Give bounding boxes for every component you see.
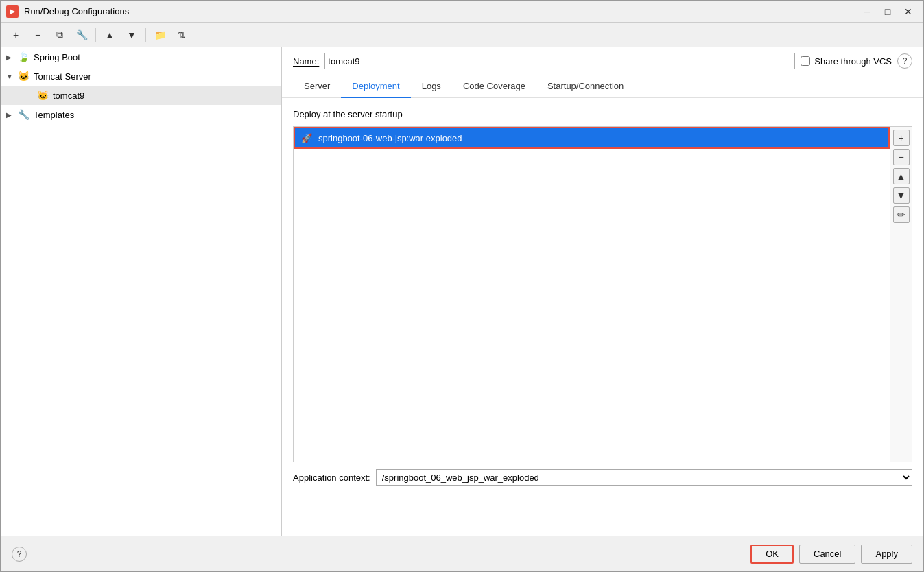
deploy-remove-button[interactable]: − bbox=[893, 149, 910, 165]
copy-config-button[interactable]: ⧉ bbox=[50, 26, 69, 44]
ok-button[interactable]: OK bbox=[750, 545, 794, 564]
name-label: Name: bbox=[293, 56, 319, 67]
help-circle-label: ? bbox=[17, 549, 22, 559]
sort-button[interactable]: ⇅ bbox=[172, 26, 191, 44]
deploy-item-springboot[interactable]: 🚀 springboot-06-web-jsp:war exploded bbox=[294, 127, 890, 149]
templates-label: Templates bbox=[34, 110, 74, 120]
deploy-row: 🚀 springboot-06-web-jsp:war exploded + −… bbox=[293, 126, 912, 462]
help-button-name[interactable]: ? bbox=[897, 53, 912, 69]
maximize-button[interactable]: □ bbox=[878, 4, 897, 19]
tomcat-server-arrow: ▼ bbox=[6, 73, 17, 80]
main-content: ▶ 🍃 Spring Boot ▼ 🐱 Tomcat Server ▶ 🐱 to… bbox=[1, 47, 923, 536]
toolbar: + − ⧉ 🔧 ▲ ▼ 📁 ⇅ bbox=[1, 23, 923, 47]
deployment-panel: Deploy at the server startup 🚀 springboo… bbox=[282, 98, 923, 536]
share-vcs-label: Share through VCS bbox=[814, 56, 892, 67]
toolbar-separator-2 bbox=[145, 28, 146, 42]
templates-icon: 🔧 bbox=[17, 108, 29, 121]
remove-config-button[interactable]: − bbox=[28, 26, 47, 44]
sidebar-item-tomcat-server[interactable]: ▼ 🐱 Tomcat Server bbox=[1, 67, 281, 86]
deploy-item-label: springboot-06-web-jsp:war exploded bbox=[318, 133, 462, 143]
add-config-button[interactable]: + bbox=[6, 26, 25, 44]
tab-startup-connection[interactable]: Startup/Connection bbox=[536, 75, 635, 98]
bottom-right: OK Cancel Apply bbox=[750, 545, 912, 564]
tab-code-coverage[interactable]: Code Coverage bbox=[452, 75, 536, 98]
folder-button[interactable]: 📁 bbox=[150, 26, 169, 44]
deploy-edit-button[interactable]: ✏ bbox=[893, 206, 910, 223]
context-select[interactable]: /springboot_06_web_jsp_war_exploded bbox=[376, 469, 912, 486]
deploy-down-button[interactable]: ▼ bbox=[893, 187, 910, 204]
tomcat-server-label: Tomcat Server bbox=[34, 71, 91, 82]
context-row: Application context: /springboot_06_web_… bbox=[293, 469, 912, 486]
share-vcs-container: Share through VCS bbox=[801, 56, 892, 67]
deploy-up-button[interactable]: ▲ bbox=[893, 168, 910, 184]
bottom-left: ? bbox=[12, 547, 27, 562]
share-vcs-checkbox[interactable] bbox=[801, 56, 810, 66]
close-button[interactable]: ✕ bbox=[899, 4, 918, 19]
sidebar-item-templates[interactable]: ▶ 🔧 Templates bbox=[1, 105, 281, 124]
spring-boot-icon: 🍃 bbox=[17, 51, 29, 63]
spring-boot-arrow: ▶ bbox=[6, 53, 17, 61]
move-up-button[interactable]: ▲ bbox=[100, 26, 119, 44]
cancel-button[interactable]: Cancel bbox=[799, 545, 855, 564]
templates-arrow: ▶ bbox=[6, 111, 17, 119]
sidebar-item-spring-boot[interactable]: ▶ 🍃 Spring Boot bbox=[1, 47, 281, 67]
name-input[interactable] bbox=[324, 53, 795, 69]
move-down-button[interactable]: ▼ bbox=[122, 26, 141, 44]
apply-button[interactable]: Apply bbox=[861, 545, 912, 564]
deploy-item-icon: 🚀 bbox=[300, 132, 313, 144]
titlebar-controls: ─ □ ✕ bbox=[857, 4, 918, 19]
tomcat9-icon: 🐱 bbox=[36, 89, 49, 102]
right-panel: Name: Share through VCS ? Server Deploym… bbox=[282, 47, 923, 536]
tab-logs[interactable]: Logs bbox=[411, 75, 452, 98]
spring-boot-label: Spring Boot bbox=[34, 52, 80, 62]
left-panel: ▶ 🍃 Spring Boot ▼ 🐱 Tomcat Server ▶ 🐱 to… bbox=[1, 47, 282, 536]
minimize-button[interactable]: ─ bbox=[857, 4, 877, 19]
context-label: Application context: bbox=[293, 473, 370, 483]
tabs: Server Deployment Logs Code Coverage Sta… bbox=[282, 75, 923, 98]
titlebar: ▶ Run/Debug Configurations ─ □ ✕ bbox=[1, 1, 923, 23]
tomcat-server-icon: 🐱 bbox=[17, 70, 29, 82]
window-icon: ▶ bbox=[6, 5, 19, 18]
deploy-list-area: 🚀 springboot-06-web-jsp:war exploded bbox=[294, 127, 890, 462]
name-bar: Name: Share through VCS ? bbox=[282, 47, 923, 75]
run-debug-configurations-window: ▶ Run/Debug Configurations ─ □ ✕ + − ⧉ 🔧… bbox=[0, 0, 924, 572]
deploy-add-button[interactable]: + bbox=[893, 130, 910, 146]
settings-button[interactable]: 🔧 bbox=[72, 26, 91, 44]
deploy-sidebar: + − ▲ ▼ ✏ bbox=[890, 127, 912, 462]
window-title: Run/Debug Configurations bbox=[24, 6, 857, 16]
deploy-section-label: Deploy at the server startup bbox=[293, 109, 912, 119]
help-circle-button[interactable]: ? bbox=[12, 547, 27, 562]
tab-deployment[interactable]: Deployment bbox=[341, 75, 410, 98]
bottom-bar: ? OK Cancel Apply bbox=[1, 536, 923, 571]
tomcat9-arrow: ▶ bbox=[25, 92, 36, 99]
sidebar-item-tomcat9[interactable]: ▶ 🐱 tomcat9 bbox=[1, 86, 281, 105]
tab-server[interactable]: Server bbox=[293, 75, 341, 98]
tomcat9-label: tomcat9 bbox=[53, 91, 84, 101]
toolbar-separator bbox=[95, 28, 96, 42]
